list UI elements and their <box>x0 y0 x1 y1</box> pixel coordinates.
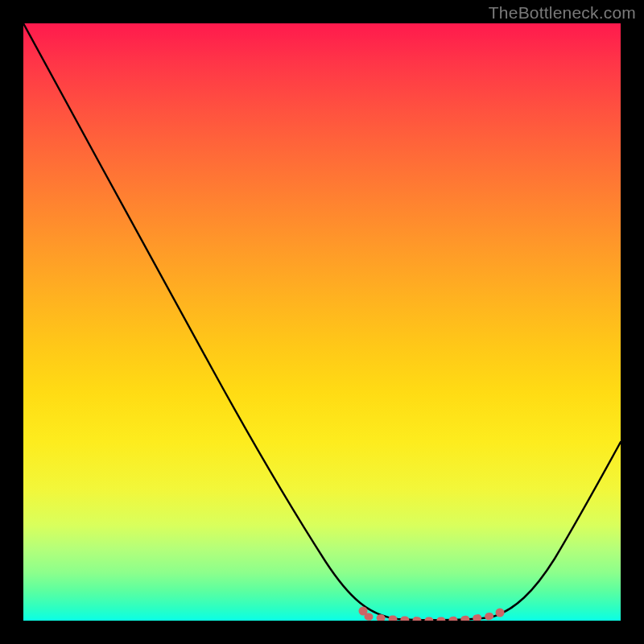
bottleneck-curve <box>23 23 621 620</box>
plot-area <box>23 23 621 621</box>
watermark: TheBottleneck.com <box>489 3 636 23</box>
curve-layer <box>23 23 621 621</box>
svg-point-1 <box>496 609 505 617</box>
chart-canvas: { "watermark": "TheBottleneck.com", "cha… <box>0 0 644 644</box>
